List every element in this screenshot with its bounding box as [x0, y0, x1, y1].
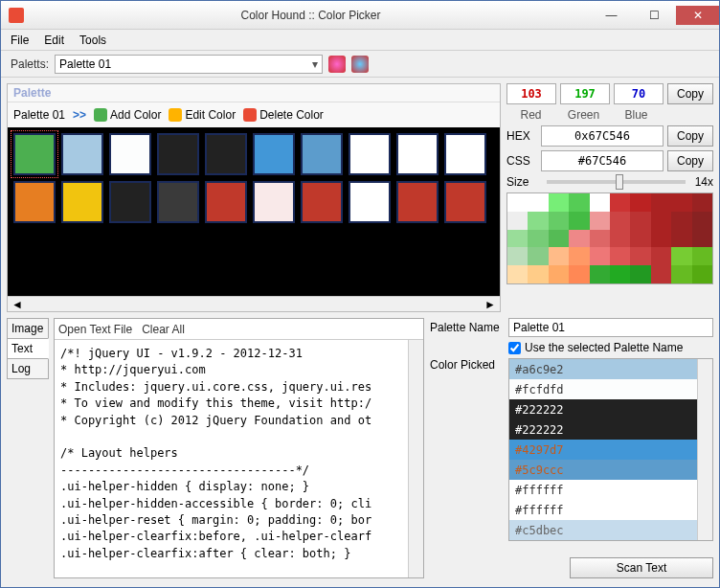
add-color-button[interactable]: Add Color — [94, 108, 161, 122]
swatch[interactable] — [253, 133, 295, 175]
green-value: 197 — [560, 83, 610, 104]
swatch[interactable] — [205, 181, 247, 223]
text-toolbar: Open Text File Clear All — [55, 319, 423, 340]
palette-scrollbar[interactable]: ◄► — [8, 296, 500, 311]
palette-header: Palette — [8, 84, 500, 102]
picked-item[interactable]: #ffffff — [509, 500, 697, 520]
picked-item[interactable]: #fcfdfd — [509, 379, 697, 399]
blue-label: Blue — [612, 108, 661, 122]
zoom-slider[interactable] — [547, 180, 686, 184]
maximize-button[interactable]: ☐ — [633, 6, 676, 25]
swatch[interactable] — [157, 133, 199, 175]
palette-panel: Palette Palette 01 >> Add Color Edit Col… — [7, 83, 501, 312]
copy-rgb-button[interactable]: Copy — [667, 83, 713, 104]
swatch[interactable] — [444, 181, 486, 223]
palette-tools: Palette 01 >> Add Color Edit Color Delet… — [8, 102, 500, 127]
palette-action-1-icon[interactable] — [328, 56, 346, 73]
magnifier-preview — [506, 192, 713, 284]
swatch[interactable] — [301, 181, 343, 223]
swatch[interactable] — [109, 181, 151, 223]
scan-text-button[interactable]: Scan Text — [570, 557, 713, 578]
use-palette-name-label: Use the selected Palette Name — [525, 341, 683, 354]
hex-label: HEX — [506, 129, 537, 143]
palette-toolbar: Paletts: Palette 01 — [1, 51, 719, 78]
size-label: Size — [506, 175, 537, 189]
palettes-label: Paletts: — [11, 57, 49, 71]
red-value: 103 — [506, 83, 556, 104]
menu-edit[interactable]: Edit — [38, 32, 70, 49]
palette-action-2-icon[interactable] — [351, 56, 369, 73]
picked-item[interactable]: #a6c9e2 — [509, 359, 697, 379]
titlebar: Color Hound :: Color Picker — ☐ ✕ — [1, 1, 719, 30]
picked-item[interactable]: #5c9ccc — [509, 460, 697, 480]
delete-icon — [243, 108, 257, 122]
swatch[interactable] — [301, 133, 343, 175]
swatch[interactable] — [61, 133, 103, 175]
close-button[interactable]: ✕ — [676, 6, 719, 25]
swatch[interactable] — [157, 181, 199, 223]
window-title: Color Hound :: Color Picker — [32, 9, 590, 22]
css-value: #67C546 — [541, 150, 664, 171]
red-label: Red — [506, 108, 555, 122]
copy-css-button[interactable]: Copy — [667, 150, 713, 171]
edit-color-label: Edit Color — [185, 108, 236, 122]
app-icon — [9, 8, 24, 23]
edit-color-button[interactable]: Edit Color — [169, 108, 236, 122]
palette-name-label: Palette Name — [430, 321, 503, 334]
clear-all-link[interactable]: Clear All — [142, 323, 185, 336]
picked-scrollbar[interactable] — [697, 359, 712, 540]
tab-log[interactable]: Log — [7, 358, 49, 379]
css-label: CSS — [506, 154, 537, 168]
swatch[interactable] — [253, 181, 295, 223]
tab-text[interactable]: Text — [7, 338, 49, 359]
hex-value: 0x67C546 — [541, 125, 664, 147]
swatch[interactable] — [396, 133, 439, 175]
add-icon — [94, 108, 107, 122]
swatch-grid — [8, 127, 500, 296]
blue-value: 70 — [614, 83, 664, 104]
edit-icon — [169, 108, 182, 122]
add-color-label: Add Color — [110, 108, 161, 122]
scan-panel: Palette Name Use the selected Palette Na… — [430, 318, 713, 578]
menubar: File Edit Tools — [1, 30, 719, 51]
swatch[interactable] — [13, 133, 56, 175]
palette-arrow-icon[interactable]: >> — [73, 108, 86, 122]
swatch[interactable] — [109, 133, 151, 175]
picked-item[interactable]: #4297d7 — [509, 440, 697, 460]
copy-hex-button[interactable]: Copy — [667, 125, 713, 147]
menu-file[interactable]: File — [5, 32, 34, 49]
minimize-button[interactable]: — — [590, 6, 633, 25]
palette-select-value: Palette 01 — [59, 57, 111, 71]
swatch[interactable] — [13, 181, 56, 223]
color-picked-list: #a6c9e2#fcfdfd#222222#222222#4297d7#5c9c… — [508, 358, 713, 541]
palette-name: Palette 01 — [13, 108, 65, 122]
delete-color-button[interactable]: Delete Color — [243, 108, 324, 122]
slider-thumb[interactable] — [616, 174, 623, 190]
palette-select[interactable]: Palette 01 — [55, 55, 323, 74]
menu-tools[interactable]: Tools — [74, 32, 112, 49]
picked-item[interactable]: #c5dbec — [509, 520, 697, 540]
code-textarea[interactable]: /*! jQuery UI - v1.9.2 - 2012-12-31 * ht… — [55, 340, 408, 577]
bottom-tabs: Image Text Log — [7, 318, 49, 578]
size-value: 14x — [695, 175, 713, 189]
swatch[interactable] — [444, 133, 486, 175]
open-text-file-link[interactable]: Open Text File — [58, 323, 132, 336]
green-label: Green — [559, 108, 608, 122]
swatch[interactable] — [396, 181, 439, 223]
tab-image[interactable]: Image — [7, 318, 49, 339]
delete-color-label: Delete Color — [259, 108, 324, 122]
color-picked-label: Color Picked — [430, 358, 503, 372]
swatch[interactable] — [349, 181, 391, 223]
swatch[interactable] — [61, 181, 103, 223]
palette-name-input[interactable] — [508, 318, 713, 337]
use-palette-name-checkbox[interactable] — [508, 342, 521, 354]
text-panel: Open Text File Clear All /*! jQuery UI -… — [54, 318, 424, 578]
swatch[interactable] — [349, 133, 391, 175]
picked-item[interactable]: #222222 — [509, 399, 697, 419]
picked-item[interactable]: #ffffff — [509, 480, 697, 500]
color-readout-panel: 103 197 70 Copy Red Green Blue HEX 0x67C… — [506, 83, 713, 312]
code-scrollbar[interactable] — [408, 340, 423, 577]
picked-item[interactable]: #222222 — [509, 419, 697, 440]
swatch[interactable] — [205, 133, 247, 175]
